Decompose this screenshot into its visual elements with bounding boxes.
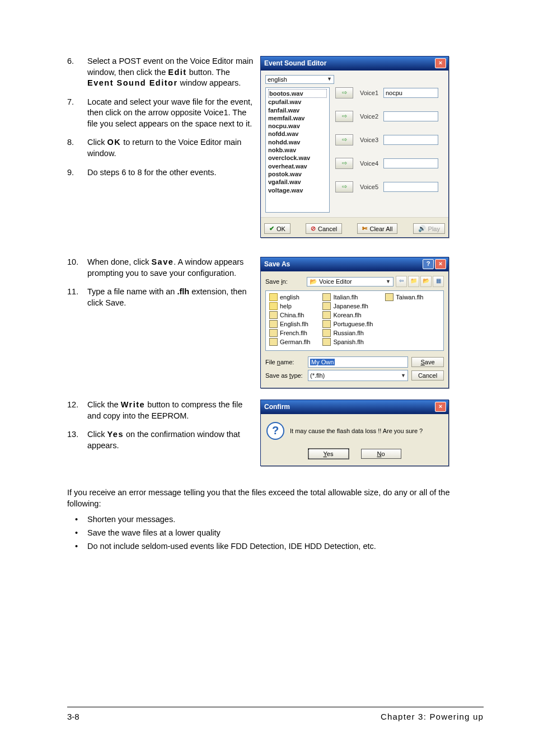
voice-value [383, 158, 438, 168]
file-list[interactable]: englishhelpChina.flhEnglish.flhFrench.fl… [265, 290, 444, 351]
wav-file-item[interactable]: memfail.wav [268, 114, 327, 122]
error-advice-paragraph: If you receive an error message telling … [67, 487, 484, 509]
wav-file-item[interactable]: overheat.wav [268, 162, 327, 170]
file-item[interactable]: Japanese.flh [322, 302, 373, 310]
file-name-label: File name: [265, 359, 305, 365]
file-icon [322, 311, 331, 319]
close-icon[interactable]: × [435, 58, 446, 68]
wav-file-item[interactable]: postok.wav [268, 170, 327, 178]
step-item: 11.Type a file name with an .flh extensi… [67, 287, 254, 308]
back-icon[interactable]: ⇦ [396, 276, 407, 287]
voice-row: ⇨Voice5 [335, 181, 444, 192]
assign-arrow-button[interactable]: ⇨ [335, 181, 353, 192]
chevron-down-icon: ▼ [401, 370, 406, 381]
language-dropdown-value: english [268, 76, 287, 83]
wav-file-item[interactable]: nocpu.wav [268, 122, 327, 130]
cancel-button[interactable]: ⊘Cancel [306, 223, 342, 234]
bullet-item: •Do not include seldom-used events like … [75, 542, 484, 551]
file-name-input[interactable]: My Own [308, 356, 408, 368]
file-item[interactable]: Italian.flh [322, 293, 373, 301]
file-item[interactable]: Taiwan.flh [385, 293, 423, 301]
wav-file-item[interactable]: overclock.wav [268, 154, 327, 162]
voice-row: ⇨Voice3 [335, 134, 444, 145]
file-icon [269, 338, 278, 346]
file-item[interactable]: Russian.flh [322, 329, 373, 337]
folder-item[interactable]: english [269, 293, 310, 301]
voice-value [383, 182, 438, 192]
file-icon [322, 338, 331, 346]
file-item[interactable]: French.flh [269, 329, 310, 337]
close-icon[interactable]: × [435, 259, 446, 269]
no-button[interactable]: No [361, 449, 401, 459]
wav-file-item[interactable]: cpufail.wav [268, 98, 327, 106]
close-icon[interactable]: × [435, 402, 446, 412]
wav-file-list[interactable]: bootos.wavcpufail.wavfanfail.wavmemfail.… [265, 87, 330, 213]
event-sound-editor-dialog: Event Sound Editor × english ▼ bootos.wa… [260, 56, 449, 238]
wav-file-item[interactable]: nokb.wav [268, 146, 327, 154]
step-item: 9.Do steps 6 to 8 for the other events. [67, 167, 254, 179]
new-folder-icon[interactable]: 📂 [420, 276, 432, 287]
step-item: 13.Click Yes on the confirmation window … [67, 429, 254, 451]
dialog-title: Event Sound Editor [264, 59, 326, 67]
file-icon [322, 329, 331, 337]
steps-list-a: 6.Select a POST event on the Voice Edito… [67, 56, 254, 178]
file-item[interactable]: English.flh [269, 320, 310, 328]
wav-file-item[interactable]: vgafail.wav [268, 178, 327, 186]
step-item: 8.Click OK to return to the Voice Editor… [67, 137, 254, 159]
chevron-down-icon: ▼ [386, 279, 391, 284]
dialog-title: Confirm [264, 403, 290, 411]
voice-label: Voice2 [360, 113, 383, 120]
file-item[interactable]: Korean.flh [322, 311, 373, 319]
file-icon [269, 329, 278, 337]
save-as-dialog: Save As ? × Save in: 📂 Voice Editor ▼ [260, 257, 449, 388]
question-icon: ? [266, 422, 284, 440]
yes-button[interactable]: Yes [308, 449, 349, 459]
language-dropdown[interactable]: english ▼ [265, 75, 334, 84]
page-footer: 3-8 Chapter 3: Powering up [67, 707, 484, 721]
folder-icon [269, 302, 278, 310]
wav-file-item[interactable]: fanfail.wav [268, 106, 327, 114]
file-icon [385, 293, 394, 301]
voice-row: ⇨Voice4 [335, 158, 444, 169]
assign-arrow-button[interactable]: ⇨ [335, 87, 353, 98]
voice-label: Voice1 [360, 90, 383, 96]
bullet-item: •Shorten your messages. [75, 515, 484, 524]
voice-label: Voice5 [360, 184, 383, 190]
save-in-dropdown[interactable]: 📂 Voice Editor ▼ [307, 277, 394, 287]
save-in-label: Save in: [265, 278, 305, 285]
clear-all-button[interactable]: ✄Clear All [357, 223, 397, 234]
chevron-down-icon: ▼ [327, 76, 332, 83]
file-item[interactable]: China.flh [269, 311, 310, 319]
save-type-label: Save as type: [265, 372, 305, 379]
up-folder-icon[interactable]: 📁 [408, 276, 419, 287]
cancel-button[interactable]: Cancel [411, 370, 444, 381]
assign-arrow-button[interactable]: ⇨ [335, 134, 353, 145]
wav-file-item[interactable]: nohdd.wav [268, 138, 327, 146]
file-icon [322, 320, 331, 328]
wav-file-item[interactable]: nofdd.wav [268, 130, 327, 138]
page-number: 3-8 [67, 712, 79, 721]
chapter-label: Chapter 3: Powering up [381, 712, 484, 721]
help-icon[interactable]: ? [423, 259, 434, 269]
voice-value [383, 111, 438, 121]
wav-file-item[interactable]: voltage.wav [268, 186, 327, 194]
ok-button[interactable]: ✔OK [264, 223, 291, 234]
step-item: 7.Locate and select your wave file for t… [67, 97, 254, 130]
assign-arrow-button[interactable]: ⇨ [335, 111, 353, 122]
voice-label: Voice3 [360, 137, 383, 143]
play-button[interactable]: 🔊Play [413, 223, 445, 234]
assign-arrow-button[interactable]: ⇨ [335, 158, 353, 169]
confirm-message: It may cause the flash data loss !! Are … [290, 428, 423, 434]
save-button[interactable]: Save [411, 357, 444, 367]
file-item[interactable]: Portuguese.flh [322, 320, 373, 328]
views-icon[interactable]: ▦ [433, 276, 444, 287]
file-item[interactable]: German.flh [269, 338, 310, 346]
steps-list-b: 10.When done, click Save. A window appea… [67, 257, 254, 308]
voice-row: ⇨Voice2 [335, 111, 444, 122]
voice-value: nocpu [383, 88, 438, 98]
dialog-title: Save As [264, 260, 290, 268]
file-item[interactable]: Spanish.flh [322, 338, 373, 346]
save-type-dropdown[interactable]: (*.flh) ▼ [308, 370, 408, 381]
folder-item[interactable]: help [269, 302, 310, 310]
wav-file-item[interactable]: bootos.wav [268, 89, 327, 98]
